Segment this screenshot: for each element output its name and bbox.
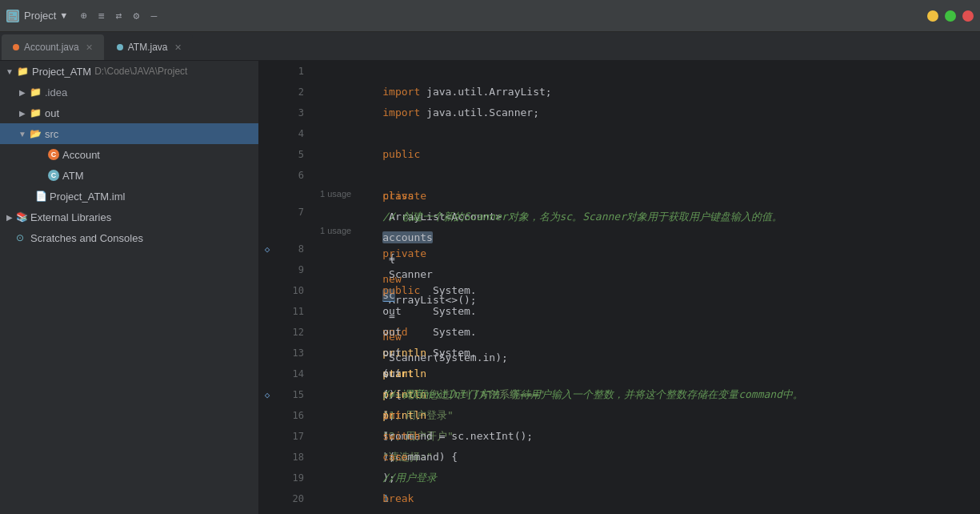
- code-line-10: System. out . println ( "1、用户登录" );: [314, 280, 974, 301]
- code-line-15: switch (command) {: [314, 384, 974, 405]
- maximize-button[interactable]: [945, 10, 956, 22]
- linenum-18: 18: [275, 447, 304, 468]
- linenum-14: 14: [275, 363, 304, 384]
- sidebar-item-project-atm[interactable]: ▼ 📁 Project_ATM D:\Code\JAVA\Project: [0, 61, 258, 82]
- linenum-6-usage-spacer: [275, 186, 304, 202]
- linenum-6: 6: [275, 165, 304, 186]
- sidebar-item-out[interactable]: ▶ 📁 out: [0, 102, 258, 123]
- title-bar: Project ▼ ⊕ ≡ ⇄ ⚙ —: [0, 0, 980, 32]
- gutter-7: [259, 202, 275, 223]
- close-button[interactable]: [962, 10, 974, 22]
- folder-icon-src: 📂: [29, 127, 42, 140]
- arrow-ext-libs: ▶: [3, 213, 16, 222]
- folder-icon-out: 📁: [29, 106, 42, 119]
- editor-scrollbar[interactable]: [974, 61, 980, 514]
- linenum-2: 2: [275, 82, 304, 102]
- gutter-17: [259, 426, 275, 447]
- tab-dot-atm: [117, 44, 123, 50]
- settings-icon[interactable]: ⚙: [134, 10, 140, 22]
- tabs-bar: Account.java ✕ ATM.java ✕: [0, 32, 980, 61]
- gutter-3: [259, 102, 275, 123]
- label-iml: Project_ATM.iml: [50, 191, 125, 203]
- linenum-12: 12: [275, 322, 304, 343]
- gutter-14: [259, 363, 275, 384]
- iml-icon: 📄: [35, 191, 46, 202]
- ext-libs-icon: 📚: [16, 211, 27, 223]
- gutter-10: [259, 280, 275, 301]
- sidebar-item-src[interactable]: ▼ 📂 src: [0, 123, 258, 144]
- code-line-2: import java.util.Scanner;: [314, 82, 974, 102]
- window-controls: [927, 10, 974, 22]
- code-lines[interactable]: import java.util.ArrayList; import java.…: [314, 61, 974, 514]
- tab-close-account[interactable]: ✕: [86, 42, 93, 53]
- gutter-7-usage: [259, 223, 275, 239]
- code-line-3: [314, 102, 974, 123]
- sidebar-item-scratches[interactable]: ⊙ Scratches and Consoles: [0, 227, 258, 248]
- linenum-13: 13: [275, 343, 304, 363]
- linenum-16: 16: [275, 405, 304, 426]
- linenum-8: 8: [275, 239, 304, 259]
- sidebar-item-external-libraries[interactable]: ▶ 📚 External Libraries: [0, 207, 258, 227]
- linenum-17: 17: [275, 426, 304, 447]
- tab-account[interactable]: Account.java ✕: [2, 34, 104, 60]
- minimize-button[interactable]: [927, 10, 938, 22]
- code-line-5: private ArrayList<Account> accounts = ne…: [314, 144, 974, 165]
- sidebar: ▼ 📁 Project_ATM D:\Code\JAVA\Project ▶ 📁…: [0, 61, 259, 514]
- main-content: ▼ 📁 Project_ATM D:\Code\JAVA\Project ▶ 📁…: [0, 61, 980, 514]
- folder-icon-project-atm: 📁: [16, 65, 29, 78]
- sidebar-item-account[interactable]: C Account: [0, 144, 258, 165]
- line-numbers: 1 2 3 4 5 6 7 8 9 10 11 12 13 14 15 16 1…: [275, 61, 314, 514]
- project-icon: [6, 10, 19, 22]
- java-icon-account: C: [48, 149, 59, 160]
- code-area[interactable]: ◇ ◇ 1 2 3 4 5: [259, 61, 980, 514]
- code-line-20: //用户开户: [314, 488, 974, 509]
- tab-dot-account: [13, 44, 19, 50]
- tab-close-atm[interactable]: ✕: [174, 42, 182, 53]
- gutter-1: [259, 61, 275, 82]
- code-line-13: // 调用nextInt()方法，等待用户输入一个整数，并将这个整数存储在变量c…: [314, 343, 974, 363]
- code-line-8: public void start (){: [314, 239, 974, 259]
- java-icon-atm: C: [48, 170, 59, 181]
- sidebar-item-idea[interactable]: ▶ 📁 .idea: [0, 82, 258, 102]
- sidebar-item-iml[interactable]: 📄 Project_ATM.iml: [0, 186, 258, 207]
- label-scratches: Scratches and Consoles: [30, 232, 143, 244]
- linenum-10: 10: [275, 280, 304, 301]
- linenum-4: 4: [275, 123, 304, 144]
- label-idea: .idea: [45, 86, 67, 98]
- tab-atm[interactable]: ATM.java ✕: [106, 34, 193, 60]
- linenum-7-usage-spacer: [275, 223, 304, 239]
- project-dropdown[interactable]: ▼: [61, 10, 66, 21]
- tab-label-account: Account.java: [24, 42, 79, 53]
- code-line-17: //用户登录: [314, 426, 974, 447]
- linenum-3: 3: [275, 102, 304, 123]
- code-line-4: public class ATM {: [314, 123, 974, 144]
- gutter-19: [259, 468, 275, 488]
- linenum-11: 11: [275, 301, 304, 322]
- gutter-11: [259, 301, 275, 322]
- gutter-4: [259, 123, 275, 144]
- gutter-20: [259, 488, 275, 509]
- label-external-libraries: External Libraries: [30, 211, 111, 223]
- minus-icon[interactable]: —: [150, 10, 157, 22]
- code-line-1: import java.util.ArrayList;: [314, 61, 974, 82]
- label-project-atm-path: D:\Code\JAVA\Project: [94, 66, 187, 77]
- linenum-7: 7: [275, 202, 304, 223]
- linenum-15: 15: [275, 384, 304, 405]
- gutter-16: [259, 405, 275, 426]
- code-line-7: private Scanner sc = new Scanner(System.…: [314, 202, 974, 223]
- sidebar-item-atm[interactable]: C ATM: [0, 165, 258, 186]
- project-title: Project: [24, 10, 56, 22]
- svg-rect-2: [10, 16, 16, 18]
- code-line-11: System. out . println ( "2、用户开户" );: [314, 301, 974, 322]
- code-line-14: int command = sc.nextInt();: [314, 363, 974, 384]
- navigate-icon[interactable]: ⊕: [81, 10, 87, 22]
- arrow-src: ▼: [16, 130, 29, 139]
- gutter-column: ◇ ◇: [259, 61, 275, 514]
- code-line-16: case 1 :: [314, 405, 974, 426]
- gutter-13: [259, 343, 275, 363]
- arrow-project-atm: ▼: [3, 67, 16, 76]
- gutter-5: [259, 144, 275, 165]
- gutter-18: [259, 447, 275, 468]
- swap-icon[interactable]: ⇄: [116, 10, 122, 22]
- list-icon[interactable]: ≡: [98, 10, 105, 22]
